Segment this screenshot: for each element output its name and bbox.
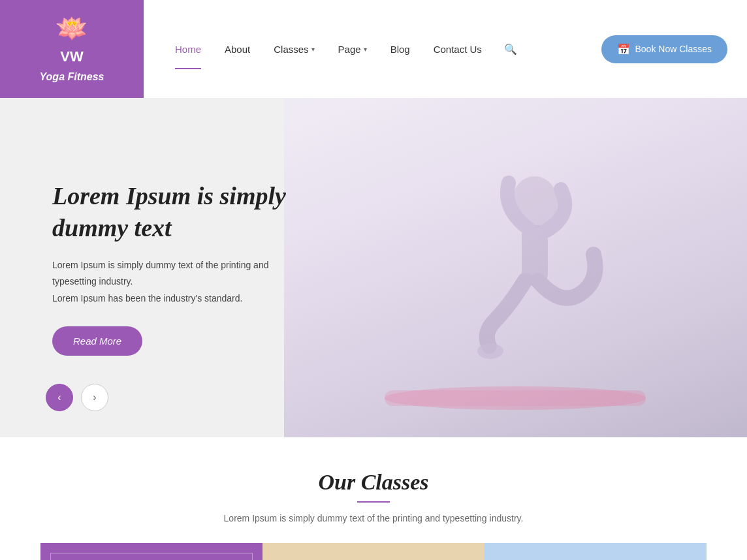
nav-page[interactable]: Page ▾ xyxy=(326,37,379,61)
read-more-button[interactable]: Read More xyxy=(52,326,142,356)
slider-controls: ‹ › xyxy=(46,384,108,411)
nav-blog[interactable]: Blog xyxy=(379,37,422,61)
yoga-mat-image xyxy=(262,543,485,560)
hero-visual-inner xyxy=(284,98,747,437)
calendar-icon: 📅 xyxy=(617,43,630,55)
search-button[interactable]: 🔍 xyxy=(499,38,522,61)
svg-rect-4 xyxy=(385,390,646,406)
hero-title: Lorem Ipsum is simply dummy text xyxy=(52,180,313,245)
slider-next-button[interactable]: › xyxy=(81,384,108,411)
outdoor-yoga-image xyxy=(485,543,707,560)
classes-grid: Lorem Ipsum is simply Lorem Ipsum is sim… xyxy=(26,543,721,560)
classes-title: Our Classes xyxy=(26,470,721,495)
header: 🪷 VW Yoga Fitness Home About Classes ▾ P… xyxy=(0,0,747,98)
book-now-button[interactable]: 📅 Book Now Classes xyxy=(601,35,728,63)
hero-description: Lorem Ipsum is simply dummy text of the … xyxy=(52,257,313,307)
logo-title: VW Yoga Fitness xyxy=(40,48,104,85)
class-card-1: Lorem Ipsum is simply Lorem Ipsum is sim… xyxy=(40,543,262,560)
class-card-2 xyxy=(262,543,485,560)
classes-section: Our Classes Lorem Ipsum is simply dummy … xyxy=(0,437,747,560)
lotus-icon: 🪷 xyxy=(56,13,88,44)
search-icon: 🔍 xyxy=(504,44,517,55)
slider-prev-button[interactable]: ‹ xyxy=(46,384,73,411)
svg-rect-15 xyxy=(485,543,707,560)
svg-point-2 xyxy=(477,343,503,359)
nav-about[interactable]: About xyxy=(213,37,262,61)
hero-content: Lorem Ipsum is simply dummy text Lorem I… xyxy=(0,141,353,395)
outdoor-yoga-svg xyxy=(485,543,707,560)
nav-home[interactable]: Home xyxy=(163,37,213,61)
class-card-purple: Lorem Ipsum is simply Lorem Ipsum is sim… xyxy=(40,543,262,560)
classes-description: Lorem Ipsum is simply dummy text of the … xyxy=(26,513,721,523)
hero-image xyxy=(284,98,747,437)
classes-divider xyxy=(357,501,390,503)
mat-yoga-svg xyxy=(262,543,485,560)
logo-box[interactable]: 🪷 VW Yoga Fitness xyxy=(0,0,144,98)
nav-contact[interactable]: Contact Us xyxy=(422,37,494,61)
nav-classes[interactable]: Classes ▾ xyxy=(262,37,326,61)
svg-rect-5 xyxy=(262,543,485,560)
yoga-pose-illustration xyxy=(352,124,678,437)
chevron-down-icon: ▾ xyxy=(364,46,367,53)
nav-area: Home About Classes ▾ Page ▾ Blog Contact… xyxy=(144,0,747,98)
class-card-3 xyxy=(485,543,707,560)
hero-section: Lorem Ipsum is simply dummy text Lorem I… xyxy=(0,98,747,437)
nav-items: Home About Classes ▾ Page ▾ Blog Contact… xyxy=(163,37,588,61)
chevron-down-icon: ▾ xyxy=(311,46,315,53)
